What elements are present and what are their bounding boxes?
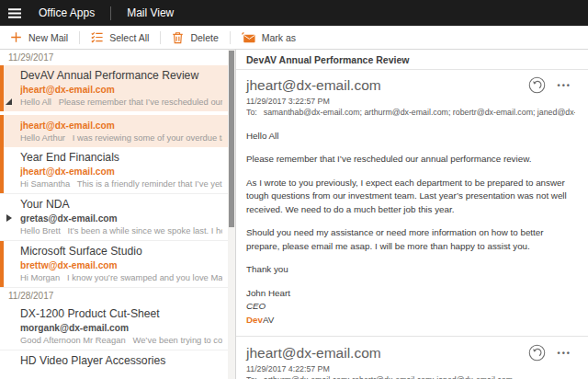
select-all-button[interactable]: Select All xyxy=(89,31,151,43)
mail-list-panel: 11/29/2017 DevAV Annual Performance Revi… xyxy=(0,50,235,379)
checklist-icon xyxy=(91,31,103,43)
message-actions: ••• xyxy=(528,76,571,94)
signature-name: John Heart xyxy=(246,287,575,300)
reply-circle-arrow-icon xyxy=(528,344,546,362)
message-body-paragraph: Should you need my assistance or need mo… xyxy=(246,226,575,253)
mail-sender: morgank@dx-email.com xyxy=(20,322,222,334)
unread-indicator-bar xyxy=(0,147,4,193)
mail-sender: brettw@dx-email.com xyxy=(20,259,222,271)
message-body-paragraph: Hello All xyxy=(246,130,575,143)
message-actions: ••• xyxy=(528,344,571,362)
app-title: Office Apps xyxy=(39,6,95,19)
unread-indicator-bar xyxy=(0,115,4,147)
mail-app-window: Office Apps Mail View New Mail Select Al… xyxy=(0,0,588,379)
mark-as-button[interactable]: Mark as xyxy=(240,31,298,43)
mail-preview: Hi Morgan I know you’re swamped and you … xyxy=(20,272,222,283)
message-recipients: To:samanthab@dx-email.com; arthurm@dx-em… xyxy=(246,108,575,117)
reply-button[interactable] xyxy=(528,76,546,94)
brand-prefix: Dev xyxy=(246,315,263,325)
signature-title: CEO xyxy=(246,300,575,313)
mail-preview: Hello Arthur I was reviewing some of you… xyxy=(20,132,222,144)
message-header: jheart@dx-email.com ••• xyxy=(246,76,575,94)
message-from-address: jheart@dx-email.com xyxy=(246,345,381,362)
mail-sender: gretas@dx-email.com xyxy=(20,212,222,224)
signature-company: DevAV xyxy=(246,314,575,327)
date-group-header: 11/28/2017 xyxy=(0,288,228,304)
message-signature: John Heart CEO DevAV xyxy=(246,287,575,327)
mail-item[interactable]: Your NDA gretas@dx-email.com Hello Brett… xyxy=(0,194,228,241)
reading-pane: DevAV Annual Performance Review jheart@d… xyxy=(235,50,588,379)
mail-subject: Year End Financials xyxy=(20,151,222,165)
mail-sender: jheart@dx-email.com xyxy=(20,166,222,178)
main-content: 11/29/2017 DevAV Annual Performance Revi… xyxy=(0,50,588,379)
mail-subject: Your NDA xyxy=(20,198,222,212)
unread-indicator-bar xyxy=(0,65,4,111)
ellipsis-icon: ••• xyxy=(558,81,571,90)
message-body-paragraph: Please remember that I’ve rescheduled ou… xyxy=(246,153,575,166)
more-options-button[interactable]: ••• xyxy=(558,349,571,358)
topbar-divider xyxy=(110,6,111,20)
message-from-address: jheart@dx-email.com xyxy=(246,77,381,94)
mail-item[interactable]: DevAV Annual Performance Review jheart@d… xyxy=(0,65,228,111)
mail-subject: HD Video Player Accessories xyxy=(20,354,222,368)
mail-item[interactable]: Microsoft Surface Studio brettw@dx-email… xyxy=(0,241,228,288)
ellipsis-icon: ••• xyxy=(558,349,571,358)
toolbar-separator xyxy=(79,31,80,44)
message-body: Hello All Please remember that I’ve resc… xyxy=(246,130,575,327)
mail-item[interactable]: Year End Financials jheart@dx-email.com … xyxy=(0,147,228,194)
mail-preview: Hello All Please remember that I’ve resc… xyxy=(20,97,222,108)
scrollbar-thumb[interactable] xyxy=(229,51,234,227)
toolbar-separator xyxy=(230,31,231,44)
message-body-paragraph: As I wrote to you previously, I expect e… xyxy=(246,177,575,216)
to-label: To: xyxy=(246,108,257,117)
mail-item[interactable]: jheart@dx-email.com Hello Arthur I was r… xyxy=(0,115,228,147)
mark-as-label: Mark as xyxy=(262,32,296,43)
message-header: jheart@dx-email.com ••• xyxy=(246,344,575,362)
mail-toolbar: New Mail Select All Delete xyxy=(0,26,588,50)
unread-indicator-bar xyxy=(0,241,4,287)
top-bar: Office Apps Mail View xyxy=(0,0,588,26)
to-addresses: samanthab@dx-email.com; arthurm@dx-email… xyxy=(264,108,575,117)
envelope-icon xyxy=(242,31,255,43)
mail-sender: jheart@dx-email.com xyxy=(20,120,222,132)
reading-pane-subject: DevAV Annual Performance Review xyxy=(236,50,588,70)
hamburger-menu-icon[interactable] xyxy=(8,8,21,18)
delete-label: Delete xyxy=(190,32,218,43)
brand-suffix: AV xyxy=(263,315,274,325)
mail-item[interactable]: DX-1200 Product Cut-Sheet morgank@dx-ema… xyxy=(0,304,228,350)
select-all-label: Select All xyxy=(109,32,149,43)
message: jheart@dx-email.com ••• xyxy=(236,70,588,327)
message-recipients: To:arthurm@dx-email.com; robertr@dx-emai… xyxy=(246,375,575,379)
mail-list-scrollbar[interactable] xyxy=(228,50,235,379)
mail-preview: Hello Brett It’s been a while since we s… xyxy=(20,225,222,236)
delete-button[interactable]: Delete xyxy=(170,31,220,44)
mail-subject: DX-1200 Product Cut-Sheet xyxy=(20,307,222,321)
hamburger-bars xyxy=(8,8,21,18)
new-mail-button[interactable]: New Mail xyxy=(8,31,70,43)
trash-icon xyxy=(172,31,184,44)
mail-sender: jheart@dx-email.com xyxy=(20,84,222,96)
thread-expanded-icon[interactable] xyxy=(6,98,12,105)
mail-item[interactable]: HD Video Player Accessories xyxy=(0,350,228,372)
mail-preview: Good Afternoon Mr Reagan We’ve been tryi… xyxy=(20,335,222,346)
message-body-paragraph: Thank you xyxy=(246,263,575,276)
reply-button[interactable] xyxy=(528,344,546,362)
mail-subject: DevAV Annual Performance Review xyxy=(20,69,222,83)
new-mail-label: New Mail xyxy=(28,32,68,43)
reply-circle-arrow-icon xyxy=(528,76,546,94)
plus-icon xyxy=(10,31,22,43)
message-datetime: 11/29/2017 3:22:57 PM xyxy=(246,97,575,106)
mail-preview: Hi Samantha This is a friendly reminder … xyxy=(20,178,222,190)
to-addresses: arthurm@dx-email.com; robertr@dx-email.c… xyxy=(264,375,513,379)
view-title: Mail View xyxy=(127,6,174,19)
message-datetime: 11/29/2017 4:22:57 PM xyxy=(246,364,575,373)
message: jheart@dx-email.com ••• xyxy=(236,336,588,379)
toolbar-separator xyxy=(160,31,161,44)
mail-subject: Microsoft Surface Studio xyxy=(20,245,222,258)
to-label: To: xyxy=(246,375,257,379)
thread-collapsed-icon[interactable] xyxy=(6,214,12,222)
date-group-header: 11/29/2017 xyxy=(0,50,228,65)
more-options-button[interactable]: ••• xyxy=(558,81,571,90)
